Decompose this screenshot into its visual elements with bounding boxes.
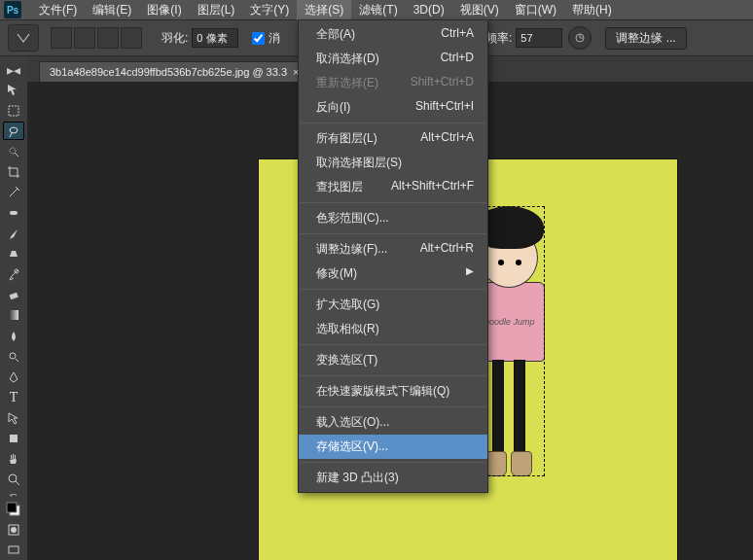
menu-item[interactable]: 调整边缘(F)...Alt+Ctrl+R — [299, 237, 487, 262]
menu-item[interactable]: 在快速蒙版模式下编辑(Q) — [299, 379, 487, 403]
menu-image[interactable]: 图像(I) — [139, 0, 189, 20]
menu-item[interactable]: 取消选择图层(S) — [299, 151, 487, 175]
menu-item-label: 取消选择图层(S) — [316, 155, 402, 171]
move-tool-icon[interactable] — [3, 81, 24, 99]
marquee-tool-icon[interactable] — [3, 101, 24, 120]
crop-tool-icon[interactable] — [3, 162, 24, 181]
menu-item-label: 新建 3D 凸出(3) — [316, 470, 399, 486]
menu-item[interactable]: 新建 3D 凸出(3) — [299, 466, 487, 490]
menu-item[interactable]: 所有图层(L)Alt+Ctrl+A — [299, 126, 487, 151]
frequency-label: 频率: — [485, 30, 512, 47]
figure-boots — [485, 451, 532, 476]
eyedropper-tool-icon[interactable] — [3, 183, 24, 201]
svg-rect-1 — [9, 106, 18, 116]
menu-item[interactable]: 反向(I)Shift+Ctrl+I — [299, 95, 487, 120]
lasso-tool-icon[interactable] — [3, 122, 24, 140]
document-tab[interactable]: 3b1a48e89ce14cd99ffbd536b7cb625e.jpg @ 3… — [39, 61, 309, 82]
feather-input[interactable] — [192, 28, 238, 48]
selmode-add-icon[interactable] — [74, 27, 95, 49]
chevron-right-icon: ▶ — [466, 265, 474, 282]
brush-tool-icon[interactable] — [3, 225, 24, 243]
screen-mode-icon[interactable] — [3, 542, 24, 560]
menu-item-shortcut: Alt+Shift+Ctrl+F — [391, 179, 474, 195]
menu-item: 重新选择(E)Shift+Ctrl+D — [299, 71, 487, 95]
antialias-label: 消 — [269, 30, 280, 47]
menu-item-label: 查找图层 — [316, 179, 363, 195]
color-swatch-icon[interactable] — [3, 501, 24, 519]
zoom-tool-icon[interactable] — [3, 471, 24, 489]
svg-point-9 — [9, 474, 17, 482]
menu-item-label: 变换选区(T) — [316, 352, 377, 368]
menu-item[interactable]: 选取相似(R) — [299, 317, 487, 341]
app-logo: Ps — [4, 1, 21, 18]
color-swap-icon[interactable]: ⤺ — [3, 491, 24, 499]
dodge-tool-icon[interactable] — [3, 347, 24, 366]
menu-item[interactable]: 修改(M)▶ — [299, 262, 487, 286]
menu-item-label: 修改(M) — [316, 265, 357, 282]
menu-item-label: 取消选择(D) — [316, 51, 379, 67]
menu-item-label: 全部(A) — [316, 26, 355, 43]
figure-legs — [492, 360, 525, 453]
history-brush-tool-icon[interactable] — [3, 265, 24, 284]
menu-item-label: 反向(I) — [316, 99, 350, 116]
blur-tool-icon[interactable] — [3, 327, 24, 345]
menu-3d[interactable]: 3D(D) — [406, 1, 452, 18]
menu-item[interactable]: 存储选区(V)... — [299, 435, 487, 459]
menu-window[interactable]: 窗口(W) — [507, 0, 564, 20]
svg-point-7 — [10, 353, 16, 359]
menu-item[interactable]: 全部(A)Ctrl+A — [299, 22, 487, 47]
menu-help[interactable]: 帮助(H) — [564, 0, 620, 20]
hand-tool-icon[interactable] — [3, 449, 24, 468]
spot-heal-tool-icon[interactable] — [3, 204, 24, 223]
frequency-input[interactable] — [516, 28, 562, 48]
pressure-toggle-icon[interactable] — [568, 26, 592, 50]
selmode-intersect-icon[interactable] — [121, 27, 142, 49]
selmode-sub-icon[interactable] — [97, 27, 119, 49]
menu-item[interactable]: 载入选区(O)... — [299, 410, 487, 435]
svg-rect-11 — [7, 503, 17, 512]
menu-item-label: 载入选区(O)... — [316, 414, 389, 431]
menu-item-label: 所有图层(L) — [316, 130, 377, 147]
select-menu-dropdown: 全部(A)Ctrl+A取消选择(D)Ctrl+D重新选择(E)Shift+Ctr… — [298, 19, 488, 493]
menu-edit[interactable]: 编辑(E) — [85, 0, 139, 20]
menu-item-label: 选取相似(R) — [316, 321, 379, 337]
menu-layer[interactable]: 图层(L) — [190, 0, 243, 20]
menu-item-label: 存储选区(V)... — [316, 438, 388, 455]
menu-item-label: 扩大选取(G) — [316, 297, 379, 313]
clone-stamp-tool-icon[interactable] — [3, 245, 24, 263]
selmode-new-icon[interactable] — [51, 27, 72, 49]
menu-item[interactable]: 查找图层Alt+Shift+Ctrl+F — [299, 175, 487, 199]
menu-item-label: 在快速蒙版模式下编辑(Q) — [316, 383, 449, 400]
menu-item-label: 色彩范围(C)... — [316, 210, 389, 227]
menu-separator — [300, 202, 486, 203]
menu-select[interactable]: 选择(S) — [297, 0, 351, 20]
rectangle-tool-icon[interactable] — [3, 429, 24, 447]
path-select-tool-icon[interactable] — [3, 408, 24, 427]
quick-select-tool-icon[interactable] — [3, 142, 24, 160]
menu-item[interactable]: 取消选择(D)Ctrl+D — [299, 47, 487, 71]
menu-file[interactable]: 文件(F) — [31, 0, 85, 20]
antialias-checkbox[interactable] — [252, 32, 265, 45]
menu-separator — [300, 406, 486, 407]
svg-rect-3 — [10, 211, 18, 215]
menu-item[interactable]: 扩大选取(G) — [299, 293, 487, 317]
svg-rect-8 — [10, 435, 18, 442]
menu-filter[interactable]: 滤镜(T) — [351, 0, 405, 20]
drag-handle-icon[interactable]: ▸◂ — [3, 60, 24, 79]
refine-edge-button[interactable]: 调整边缘 ... — [605, 27, 686, 50]
eraser-tool-icon[interactable] — [3, 286, 24, 304]
menu-item[interactable]: 色彩范围(C)... — [299, 206, 487, 230]
gradient-tool-icon[interactable] — [3, 306, 24, 325]
menu-type[interactable]: 文字(Y) — [242, 0, 297, 20]
selection-mode-group — [51, 27, 142, 49]
pen-tool-icon[interactable] — [3, 368, 24, 386]
type-tool-icon[interactable]: T — [3, 388, 24, 406]
menu-view[interactable]: 视图(V) — [452, 0, 507, 20]
tools-panel: ▸◂ T ⤺ — [0, 56, 27, 560]
svg-rect-6 — [9, 310, 18, 320]
menu-separator — [300, 122, 486, 123]
menu-item[interactable]: 变换选区(T) — [299, 348, 487, 372]
menubar: Ps 文件(F) 编辑(E) 图像(I) 图层(L) 文字(Y) 选择(S) 滤… — [0, 0, 753, 19]
quick-mask-icon[interactable] — [3, 521, 24, 540]
tool-preset-icon[interactable] — [8, 24, 39, 52]
